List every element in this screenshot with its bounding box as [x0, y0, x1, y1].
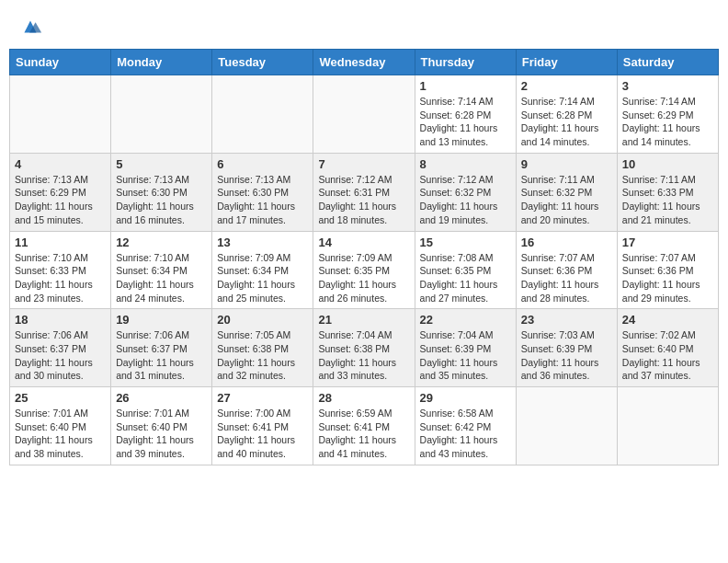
day-info: Sunrise: 6:58 AM Sunset: 6:42 PM Dayligh… [420, 407, 511, 461]
day-info: Sunrise: 7:14 AM Sunset: 6:29 PM Dayligh… [622, 95, 713, 149]
calendar-day-cell: 27Sunrise: 7:00 AM Sunset: 6:41 PM Dayli… [212, 387, 313, 465]
day-info: Sunrise: 7:10 AM Sunset: 6:33 PM Dayligh… [15, 251, 106, 305]
day-info: Sunrise: 7:07 AM Sunset: 6:36 PM Dayligh… [521, 251, 612, 305]
day-info: Sunrise: 7:09 AM Sunset: 6:34 PM Dayligh… [217, 251, 308, 305]
calendar-day-cell: 11Sunrise: 7:10 AM Sunset: 6:33 PM Dayli… [10, 231, 111, 309]
day-number: 29 [420, 391, 511, 405]
calendar-day-cell: 29Sunrise: 6:58 AM Sunset: 6:42 PM Dayli… [415, 387, 516, 465]
calendar-day-cell [313, 75, 415, 154]
day-info: Sunrise: 7:08 AM Sunset: 6:35 PM Dayligh… [420, 251, 511, 305]
day-header-monday: Monday [111, 50, 212, 75]
day-info: Sunrise: 6:59 AM Sunset: 6:41 PM Dayligh… [318, 407, 409, 461]
calendar-week-row: 18Sunrise: 7:06 AM Sunset: 6:37 PM Dayli… [10, 309, 719, 387]
calendar-week-row: 11Sunrise: 7:10 AM Sunset: 6:33 PM Dayli… [10, 231, 719, 309]
calendar-day-cell: 1Sunrise: 7:14 AM Sunset: 6:28 PM Daylig… [415, 75, 516, 154]
day-number: 17 [622, 236, 713, 249]
calendar-day-cell: 5Sunrise: 7:13 AM Sunset: 6:30 PM Daylig… [111, 153, 212, 231]
day-info: Sunrise: 7:11 AM Sunset: 6:32 PM Dayligh… [521, 173, 612, 227]
day-info: Sunrise: 7:01 AM Sunset: 6:40 PM Dayligh… [15, 407, 106, 461]
calendar-day-cell: 13Sunrise: 7:09 AM Sunset: 6:34 PM Dayli… [212, 231, 313, 309]
calendar-day-cell: 8Sunrise: 7:12 AM Sunset: 6:32 PM Daylig… [415, 153, 516, 231]
day-number: 13 [217, 236, 308, 249]
calendar-day-cell: 25Sunrise: 7:01 AM Sunset: 6:40 PM Dayli… [10, 387, 111, 465]
calendar-header-row: SundayMondayTuesdayWednesdayThursdayFrid… [10, 50, 719, 75]
calendar-day-cell: 3Sunrise: 7:14 AM Sunset: 6:29 PM Daylig… [617, 75, 718, 154]
day-number: 24 [622, 313, 713, 327]
day-header-tuesday: Tuesday [212, 50, 313, 75]
day-info: Sunrise: 7:13 AM Sunset: 6:30 PM Dayligh… [217, 173, 308, 227]
day-number: 11 [15, 236, 106, 249]
calendar-day-cell: 2Sunrise: 7:14 AM Sunset: 6:28 PM Daylig… [516, 75, 617, 154]
day-number: 12 [116, 236, 207, 249]
day-info: Sunrise: 7:14 AM Sunset: 6:28 PM Dayligh… [521, 95, 612, 149]
day-number: 20 [217, 313, 308, 327]
day-info: Sunrise: 7:04 AM Sunset: 6:39 PM Dayligh… [420, 328, 511, 383]
day-info: Sunrise: 7:04 AM Sunset: 6:38 PM Dayligh… [318, 328, 409, 383]
calendar-day-cell: 15Sunrise: 7:08 AM Sunset: 6:35 PM Dayli… [415, 231, 516, 309]
day-info: Sunrise: 7:00 AM Sunset: 6:41 PM Dayligh… [217, 407, 308, 461]
logo [14, 14, 43, 40]
day-number: 2 [521, 79, 612, 93]
day-number: 9 [521, 157, 612, 171]
calendar-day-cell: 24Sunrise: 7:02 AM Sunset: 6:40 PM Dayli… [617, 309, 718, 387]
day-number: 4 [15, 157, 106, 171]
day-header-friday: Friday [516, 50, 617, 75]
calendar-day-cell: 17Sunrise: 7:07 AM Sunset: 6:36 PM Dayli… [617, 231, 718, 309]
day-number: 15 [420, 236, 511, 249]
day-number: 26 [116, 391, 207, 405]
day-number: 22 [420, 313, 511, 327]
calendar-day-cell: 10Sunrise: 7:11 AM Sunset: 6:33 PM Dayli… [617, 153, 718, 231]
day-header-wednesday: Wednesday [313, 50, 415, 75]
day-number: 25 [15, 391, 106, 405]
day-info: Sunrise: 7:07 AM Sunset: 6:36 PM Dayligh… [622, 251, 713, 305]
day-number: 5 [116, 157, 207, 171]
logo-icon [17, 14, 43, 40]
calendar-day-cell: 16Sunrise: 7:07 AM Sunset: 6:36 PM Dayli… [516, 231, 617, 309]
day-info: Sunrise: 7:12 AM Sunset: 6:31 PM Dayligh… [318, 173, 409, 227]
calendar-table: SundayMondayTuesdayWednesdayThursdayFrid… [9, 49, 719, 465]
day-number: 7 [318, 157, 409, 171]
calendar-day-cell: 9Sunrise: 7:11 AM Sunset: 6:32 PM Daylig… [516, 153, 617, 231]
day-number: 14 [318, 236, 409, 249]
day-header-saturday: Saturday [617, 50, 718, 75]
calendar-day-cell [10, 75, 111, 154]
day-info: Sunrise: 7:10 AM Sunset: 6:34 PM Dayligh… [116, 251, 207, 305]
day-number: 16 [521, 236, 612, 249]
day-number: 28 [318, 391, 409, 405]
day-number: 19 [116, 313, 207, 327]
day-info: Sunrise: 7:01 AM Sunset: 6:40 PM Dayligh… [116, 407, 207, 461]
page-header [9, 9, 719, 40]
calendar-day-cell: 19Sunrise: 7:06 AM Sunset: 6:37 PM Dayli… [111, 309, 212, 387]
day-info: Sunrise: 7:12 AM Sunset: 6:32 PM Dayligh… [420, 173, 511, 227]
day-info: Sunrise: 7:03 AM Sunset: 6:39 PM Dayligh… [521, 328, 612, 383]
day-number: 10 [622, 157, 713, 171]
day-info: Sunrise: 7:02 AM Sunset: 6:40 PM Dayligh… [622, 328, 713, 383]
day-number: 1 [420, 79, 511, 93]
day-info: Sunrise: 7:06 AM Sunset: 6:37 PM Dayligh… [15, 328, 106, 383]
day-info: Sunrise: 7:05 AM Sunset: 6:38 PM Dayligh… [217, 328, 308, 383]
day-info: Sunrise: 7:06 AM Sunset: 6:37 PM Dayligh… [116, 328, 207, 383]
calendar-day-cell: 23Sunrise: 7:03 AM Sunset: 6:39 PM Dayli… [516, 309, 617, 387]
calendar-day-cell [111, 75, 212, 154]
calendar-day-cell: 20Sunrise: 7:05 AM Sunset: 6:38 PM Dayli… [212, 309, 313, 387]
day-number: 3 [622, 79, 713, 93]
day-number: 8 [420, 157, 511, 171]
calendar-day-cell [212, 75, 313, 154]
calendar-week-row: 4Sunrise: 7:13 AM Sunset: 6:29 PM Daylig… [10, 153, 719, 231]
day-info: Sunrise: 7:13 AM Sunset: 6:29 PM Dayligh… [15, 173, 106, 227]
calendar-day-cell: 4Sunrise: 7:13 AM Sunset: 6:29 PM Daylig… [10, 153, 111, 231]
day-info: Sunrise: 7:14 AM Sunset: 6:28 PM Dayligh… [420, 95, 511, 149]
day-info: Sunrise: 7:09 AM Sunset: 6:35 PM Dayligh… [318, 251, 409, 305]
calendar-day-cell: 18Sunrise: 7:06 AM Sunset: 6:37 PM Dayli… [10, 309, 111, 387]
day-header-thursday: Thursday [415, 50, 516, 75]
calendar-day-cell: 7Sunrise: 7:12 AM Sunset: 6:31 PM Daylig… [313, 153, 415, 231]
calendar-day-cell: 22Sunrise: 7:04 AM Sunset: 6:39 PM Dayli… [415, 309, 516, 387]
calendar-day-cell: 28Sunrise: 6:59 AM Sunset: 6:41 PM Dayli… [313, 387, 415, 465]
day-number: 6 [217, 157, 308, 171]
calendar-day-cell: 21Sunrise: 7:04 AM Sunset: 6:38 PM Dayli… [313, 309, 415, 387]
day-number: 23 [521, 313, 612, 327]
calendar-week-row: 1Sunrise: 7:14 AM Sunset: 6:28 PM Daylig… [10, 75, 719, 154]
day-number: 18 [15, 313, 106, 327]
day-number: 27 [217, 391, 308, 405]
calendar-day-cell [516, 387, 617, 465]
